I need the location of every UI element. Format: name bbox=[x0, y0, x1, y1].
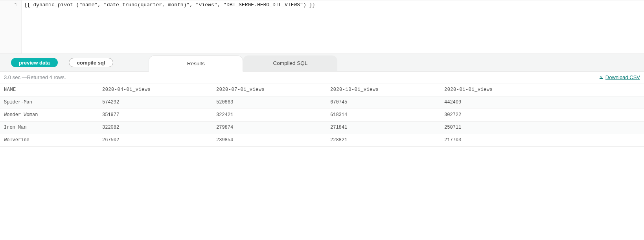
table-cell: 239854 bbox=[212, 134, 326, 146]
results-table: NAME 2020-04-01_views 2020-07-01_views 2… bbox=[0, 83, 644, 147]
table-cell: 574292 bbox=[98, 96, 212, 109]
download-csv-link[interactable]: Download CSV bbox=[598, 74, 640, 81]
download-icon bbox=[598, 74, 604, 81]
table-cell: Iron Man bbox=[0, 121, 98, 134]
column-header[interactable]: NAME bbox=[0, 83, 98, 96]
table-row[interactable]: Wonder Woman351977322421618314302722 bbox=[0, 109, 644, 121]
table-cell: 520863 bbox=[212, 96, 326, 109]
preview-data-button[interactable]: preview data bbox=[11, 58, 58, 67]
table-row[interactable]: Iron Man322082279874271841250711 bbox=[0, 121, 644, 134]
table-row[interactable]: Wolverine267502239854228821217703 bbox=[0, 134, 644, 146]
table-cell: 322421 bbox=[212, 109, 326, 121]
line-number: 1 bbox=[0, 0, 22, 54]
column-header[interactable]: 2020-04-01_views bbox=[98, 83, 212, 96]
status-text: 3.0 sec —Returned 4 rows. bbox=[4, 74, 66, 80]
table-cell: 302722 bbox=[440, 109, 644, 121]
editor-code[interactable]: {{ dynamic_pivot ("name", "date_trunc(qu… bbox=[22, 0, 644, 54]
table-cell: 279874 bbox=[212, 121, 326, 134]
table-cell: 271841 bbox=[326, 121, 440, 134]
column-header[interactable]: 2020-01-01_views bbox=[440, 83, 644, 96]
tabs: Results Compiled SQL bbox=[149, 55, 337, 71]
table-cell: Wonder Woman bbox=[0, 109, 98, 121]
tab-compiled-sql[interactable]: Compiled SQL bbox=[243, 55, 337, 71]
table-cell: 228821 bbox=[326, 134, 440, 146]
table-cell: 618314 bbox=[326, 109, 440, 121]
table-cell: 351977 bbox=[98, 109, 212, 121]
table-row[interactable]: Spider-Man574292520863670745442409 bbox=[0, 96, 644, 109]
table-cell: 322082 bbox=[98, 121, 212, 134]
table-header-row: NAME 2020-04-01_views 2020-07-01_views 2… bbox=[0, 83, 644, 96]
table-cell: 267502 bbox=[98, 134, 212, 146]
table-cell: 217703 bbox=[440, 134, 644, 146]
toolbar: preview data compile sql Results Compile… bbox=[0, 54, 644, 72]
tab-results[interactable]: Results bbox=[149, 55, 243, 72]
column-header[interactable]: 2020-07-01_views bbox=[212, 83, 326, 96]
code-editor[interactable]: 1 {{ dynamic_pivot ("name", "date_trunc(… bbox=[0, 0, 644, 54]
column-header[interactable]: 2020-10-01_views bbox=[326, 83, 440, 96]
table-cell: 670745 bbox=[326, 96, 440, 109]
table-cell: 250711 bbox=[440, 121, 644, 134]
compile-sql-button[interactable]: compile sql bbox=[69, 58, 114, 67]
download-csv-label: Download CSV bbox=[605, 74, 640, 80]
table-cell: Spider-Man bbox=[0, 96, 98, 109]
status-bar: 3.0 sec —Returned 4 rows. Download CSV bbox=[0, 72, 644, 83]
table-cell: 442409 bbox=[440, 96, 644, 109]
table-cell: Wolverine bbox=[0, 134, 98, 146]
